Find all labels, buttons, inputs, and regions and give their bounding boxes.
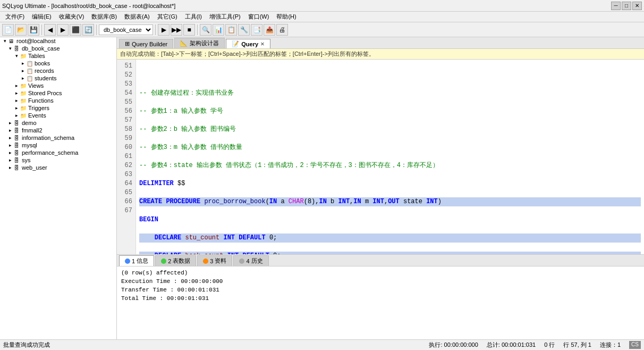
sidebar-item-db[interactable]: ▾ 🗄 db_book_case [0, 45, 116, 52]
sidebar-item-perf-schema[interactable]: ▸ 🗄 performance_schema [0, 149, 116, 156]
db-label: db_book_case [22, 45, 60, 52]
menu-window[interactable]: 窗口(W) [245, 12, 273, 21]
btab-tabledata-label: 表数据 [173, 257, 190, 265]
close-button[interactable]: ✕ [632, 2, 642, 10]
tb-refresh[interactable]: 🔄 [82, 24, 94, 36]
tab-builder-icon: ⊞ [125, 40, 130, 47]
sidebar-item-info-schema[interactable]: ▸ 🗄 information_schema [0, 134, 116, 141]
menu-tools[interactable]: 工具(I) [182, 12, 205, 21]
main-layout: ▾ 🖥 root@localhost ▾ 🗄 db_book_case ▾ 📁 … [0, 37, 644, 339]
menu-edit[interactable]: 编辑(E) [29, 12, 55, 21]
tb-icon4[interactable]: 🔧 [238, 24, 250, 36]
line-num: 62 [120, 161, 132, 170]
tb-open[interactable]: 📂 [15, 24, 27, 36]
tb-icon1[interactable]: 🔍 [200, 24, 211, 36]
sidebar-item-views[interactable]: ▸ 📁 Views [0, 82, 116, 89]
btab-history-icon [239, 259, 244, 264]
statusbar: 批量查询成功完成 执行: 00:00:00:000 总计: 00:00:01:0… [0, 339, 644, 350]
tab-query-icon: 📝 [232, 40, 239, 47]
students-label: students [35, 75, 57, 81]
code-line-59: BEGIN [139, 215, 641, 224]
tb-stop2[interactable]: ■ [183, 24, 195, 36]
menu-other[interactable]: 其它(G) [154, 12, 181, 21]
mysql-icon: 🗄 [14, 143, 20, 148]
btab-profile[interactable]: 3 资料 [197, 255, 232, 266]
tb-icon5[interactable]: 📑 [251, 24, 262, 36]
sidebar-item-tables[interactable]: ▾ 📁 Tables [0, 52, 116, 60]
minimize-button[interactable]: ─ [611, 2, 621, 10]
tab-query-close[interactable]: ✕ [260, 41, 265, 47]
tb-sep4 [197, 24, 198, 35]
tb-run[interactable]: ▶ [158, 24, 170, 36]
expand-functions: ▸ [14, 98, 19, 103]
sidebar-item-mysql[interactable]: ▸ 🗄 mysql [0, 141, 116, 149]
line-num: 64 [120, 179, 132, 188]
tb-icon7[interactable]: 🖨 [276, 24, 288, 36]
tb-back[interactable]: ◀ [44, 24, 56, 36]
db-selector[interactable]: db_book_case [99, 24, 153, 35]
sidebar-item-web-user[interactable]: ▸ 🗄 web_user [0, 164, 116, 171]
titlebar-controls: ─ □ ✕ [611, 2, 642, 10]
tab-schema-designer[interactable]: 📐 架构设计器 [174, 38, 225, 48]
code-line-58: CREATE PROCEDURE proc_borrow_book(IN a C… [139, 197, 641, 206]
sidebar-item-records[interactable]: ▸ 📋 records [0, 67, 116, 74]
titlebar-text: SQLyog Ultimate - [localhost/root/db_boo… [2, 3, 175, 9]
tb-forward[interactable]: ▶ [57, 24, 69, 36]
menu-help[interactable]: 帮助(H) [273, 12, 299, 21]
menu-file[interactable]: 文件(F) [2, 12, 28, 21]
demo-label: demo [22, 120, 37, 126]
code-line-51 [139, 71, 641, 80]
sidebar-item-triggers[interactable]: ▸ 📁 Triggers [0, 104, 116, 112]
sidebar-item-demo[interactable]: ▸ 🗄 demo [0, 119, 116, 127]
menu-database[interactable]: 数据库(B) [88, 12, 120, 21]
sidebar-item-stored-procs[interactable]: ▸ 📁 Stored Procs [0, 89, 116, 97]
code-line-56: -- 参数4：state 输出参数 借书状态（1：借书成功，2：学号不存在，3：… [139, 161, 641, 170]
result-line2: Execution Time : 00:00:00:000 [121, 277, 640, 286]
line-numbers: 51 52 53 54 55 56 57 58 59 60 61 62 63 6… [117, 60, 136, 254]
cursor-pos: 行 57, 列 1 [563, 341, 591, 349]
sidebar-item-events[interactable]: ▸ 📁 Events [0, 112, 116, 119]
result-line4: Total Time : 00:00:01:031 [121, 294, 640, 303]
btab-info[interactable]: 1 信息 [119, 255, 154, 266]
tb-icon3[interactable]: 📋 [225, 24, 237, 36]
btab-profile-num: 3 [210, 258, 213, 264]
sidebar-item-functions[interactable]: ▸ 📁 Functions [0, 97, 116, 104]
btab-history-label: 历史 [251, 257, 263, 265]
perf-schema-icon: 🗄 [14, 150, 20, 156]
code-line-55: -- 参数3：m 输入参数 借书的数量 [139, 143, 641, 152]
events-label: Events [28, 112, 46, 119]
menu-enhanced[interactable]: 增强工具(P) [206, 12, 244, 21]
line-num: 66 [120, 197, 132, 206]
sidebar-item-sys[interactable]: ▸ 🗄 sys [0, 156, 116, 164]
sidebar: ▾ 🖥 root@localhost ▾ 🗄 db_book_case ▾ 📁 … [0, 37, 117, 339]
connection: 连接：1 [600, 341, 621, 349]
tb-new[interactable]: 📄 [2, 24, 14, 36]
code-text[interactable]: -- 创建存储过程：实现借书业务 -- 参数1：a 输入参数 学号 -- 参数2… [136, 60, 644, 254]
menu-favorites[interactable]: 收藏夹(V) [56, 12, 88, 21]
table-icon3: 📋 [27, 76, 33, 81]
tb-run-sel[interactable]: ▶▶ [171, 24, 182, 36]
tb-icon2[interactable]: 📊 [213, 24, 224, 36]
cs-badge: CS [629, 341, 641, 349]
maximize-button[interactable]: □ [622, 2, 631, 10]
btab-tabledata[interactable]: 2 表数据 [155, 255, 196, 266]
line-num: 54 [120, 89, 132, 98]
tb-save[interactable]: 💾 [28, 24, 39, 36]
tb-icon6[interactable]: 📤 [264, 24, 275, 36]
code-editor[interactable]: 51 52 53 54 55 56 57 58 59 60 61 62 63 6… [117, 60, 644, 254]
tab-query-builder[interactable]: ⊞ Query Builder [119, 39, 173, 48]
sidebar-item-students[interactable]: ▸ 📋 students [0, 74, 116, 82]
sys-label: sys [22, 157, 31, 163]
info-schema-label: information_schema [22, 135, 74, 141]
expand-perf-schema: ▸ [7, 150, 13, 155]
tab-query[interactable]: 📝 Query ✕ [226, 39, 270, 48]
sidebar-item-books[interactable]: ▸ 📋 books [0, 60, 116, 67]
exec-label: 执行: 00:00:00:000 [429, 341, 478, 349]
menu-table[interactable]: 数据表(A) [121, 12, 153, 21]
btab-tabledata-icon [161, 259, 166, 264]
sidebar-item-root[interactable]: ▾ 🖥 root@localhost [0, 37, 116, 45]
tb-stop[interactable]: ⬛ [70, 24, 81, 36]
btab-history[interactable]: 4 历史 [233, 255, 268, 266]
code-line-57: DELIMITER $$ [139, 179, 641, 188]
sidebar-item-fmmall2[interactable]: ▸ 🗄 fmmall2 [0, 127, 116, 134]
